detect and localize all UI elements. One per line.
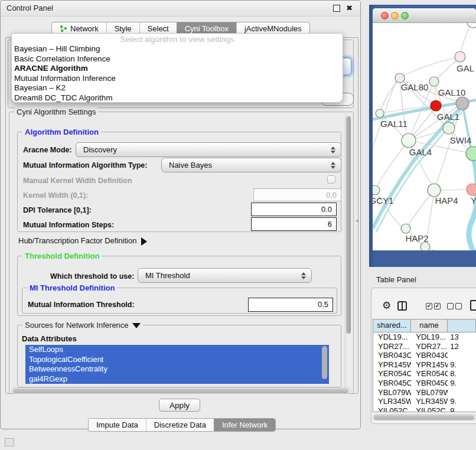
bottom-tabbar: Impute Data Discretize Data Infer Networ… bbox=[88, 418, 276, 432]
node-label: GAL80 bbox=[401, 82, 429, 92]
mi-steps-label: Mutual Information Steps: bbox=[23, 221, 114, 229]
dpi-tolerance-label: DPI Tolerance [0,1]: bbox=[23, 206, 92, 214]
table-row[interactable]: YDR27... YDR27... 12 bbox=[373, 342, 476, 351]
dropdown-prompt: Select algorithm to view settings bbox=[12, 34, 343, 44]
table-panel-title: Table Panel bbox=[376, 275, 416, 284]
list-item[interactable]: TopologicalCoefficient bbox=[25, 355, 329, 365]
table-panel: ⚙ ✔ ✔ shared... name YDL19... YDL19... 1… bbox=[371, 288, 476, 424]
stepper-arrows-icon bbox=[301, 272, 306, 279]
node-red-selected[interactable] bbox=[431, 100, 441, 111]
table-row[interactable]: YDL19... YDL19... 13 bbox=[373, 332, 476, 342]
column-header-partial[interactable] bbox=[448, 319, 476, 332]
node-gal-partial[interactable] bbox=[455, 51, 465, 62]
network-node-labels: GAL80 GAL10 GAL1 GAL11 GAL4 SWI4 GCY1 HA… bbox=[373, 63, 476, 243]
table-row[interactable]: YIL052C YIL052C 9 bbox=[373, 406, 476, 412]
columns-icon[interactable] bbox=[397, 301, 407, 311]
table-row[interactable]: YLR345W YLR345W 9. bbox=[373, 397, 476, 406]
list-scrollbar[interactable] bbox=[322, 346, 327, 380]
float-window-icon[interactable] bbox=[333, 5, 340, 12]
table-row[interactable]: YBR043C YBR043C bbox=[373, 351, 476, 360]
mi-threshold-input[interactable]: 0.5 bbox=[248, 298, 333, 312]
column-header-shared-name[interactable]: shared... bbox=[373, 319, 411, 332]
zoom-traffic-light[interactable] bbox=[401, 12, 409, 19]
node-label-partial: GAL bbox=[457, 63, 474, 73]
aracne-mode-label: Aracne Mode: bbox=[23, 146, 72, 154]
gear-icon[interactable]: ⚙ bbox=[382, 301, 391, 311]
list-scrollbar-thumb[interactable] bbox=[322, 346, 327, 379]
minimize-traffic-light[interactable] bbox=[391, 12, 399, 19]
node-gal1[interactable] bbox=[443, 122, 455, 134]
algorithm-option[interactable]: Bayesian – K2 bbox=[12, 83, 343, 93]
manual-kernel-label: Manual Kernel Width Definition bbox=[23, 177, 132, 185]
document-icon[interactable] bbox=[470, 300, 476, 311]
node-label: GAL4 bbox=[409, 147, 432, 157]
tab-impute-data[interactable]: Impute Data bbox=[89, 419, 146, 431]
hub-definition-expander[interactable]: Hub/Transcription Factor Definition bbox=[18, 236, 147, 246]
mi-steps-input[interactable]: 6 bbox=[251, 217, 337, 231]
node-gal4[interactable] bbox=[402, 133, 416, 148]
mi-type-label: Mutual Information Algorithm Type: bbox=[23, 161, 147, 169]
node-unlabeled[interactable] bbox=[467, 23, 476, 28]
close-traffic-light[interactable] bbox=[381, 12, 389, 19]
apply-button[interactable]: Apply bbox=[159, 399, 200, 412]
checked-checkbox-icon[interactable]: ✔ bbox=[426, 303, 432, 309]
expander-right-icon bbox=[141, 237, 147, 246]
algorithm-option-selected[interactable]: ARACNE Algorithm bbox=[12, 64, 343, 74]
algorithm-option[interactable]: Bayesian – Hill Climbing bbox=[12, 44, 343, 54]
tab-discretize-data[interactable]: Discretize Data bbox=[146, 419, 214, 431]
aracne-mode-select[interactable]: Discovery bbox=[76, 142, 341, 157]
mi-type-select[interactable]: Naive Bayes bbox=[161, 158, 341, 172]
list-item[interactable]: BetweennessCentrality bbox=[25, 364, 329, 374]
tab-infer-network[interactable]: Infer Network bbox=[214, 419, 275, 431]
table-row[interactable]: YBL079W YBL079W bbox=[373, 388, 476, 397]
algorithm-option[interactable]: Dream8 DC_TDC Algorithm bbox=[12, 93, 343, 103]
settings-scrollbar[interactable] bbox=[345, 113, 353, 393]
settings-hscrollbar[interactable] bbox=[11, 387, 351, 394]
table-row[interactable]: YBR045C YBR045C 9. bbox=[373, 379, 476, 388]
settings-scrollbar-thumb[interactable] bbox=[346, 116, 351, 334]
node-label: GAL10 bbox=[438, 87, 466, 97]
table-row[interactable]: YER054C YER054C 8. bbox=[373, 369, 476, 379]
unchecked-checkbox-icon[interactable] bbox=[447, 303, 454, 309]
algorithm-option[interactable]: Mutual Information Inference bbox=[12, 74, 343, 84]
unchecked-checkbox-icon[interactable] bbox=[455, 303, 462, 309]
manual-kernel-checkbox[interactable] bbox=[327, 175, 335, 184]
checked-checkbox-icon[interactable]: ✔ bbox=[434, 303, 441, 309]
node-gal80[interactable] bbox=[395, 73, 405, 83]
node-label: HAP2 bbox=[405, 233, 428, 243]
kernel-width-label: Kernel Width (0,1): bbox=[23, 191, 88, 200]
node-label-partial: Y bbox=[471, 195, 476, 206]
network-canvas[interactable]: GAL80 GAL10 GAL1 GAL11 GAL4 SWI4 GCY1 HA… bbox=[373, 23, 476, 250]
which-threshold-select[interactable]: MI Threshold bbox=[138, 268, 312, 283]
algorithm-option[interactable]: Basic Correlation Inference bbox=[12, 54, 343, 64]
list-item[interactable]: SelfLoops bbox=[25, 345, 329, 355]
table-hscrollbar[interactable] bbox=[373, 414, 476, 420]
network-window-titlebar[interactable] bbox=[373, 8, 476, 23]
node-swi4[interactable] bbox=[466, 146, 476, 161]
node-y-partial[interactable] bbox=[467, 184, 476, 195]
kernel-width-input[interactable]: 0.0 bbox=[253, 188, 341, 201]
node-gcy1[interactable] bbox=[373, 185, 380, 195]
table-hscrollbar-thumb[interactable] bbox=[374, 415, 474, 420]
node-hap4[interactable] bbox=[428, 184, 441, 197]
which-threshold-label: Which threshold to use: bbox=[50, 272, 134, 281]
node-gal10[interactable] bbox=[429, 77, 439, 86]
node-label: HAP4 bbox=[435, 195, 458, 206]
column-header-name[interactable]: name bbox=[411, 319, 448, 332]
network-graph: GAL80 GAL10 GAL1 GAL11 GAL4 SWI4 GCY1 HA… bbox=[373, 23, 476, 250]
list-item[interactable]: gal4RGexp bbox=[25, 374, 329, 384]
data-attributes-label: Data Attributes bbox=[22, 334, 77, 343]
tab-label: Network bbox=[70, 24, 99, 33]
settings-hscrollbar-thumb[interactable] bbox=[13, 389, 348, 393]
node-unlabeled-bottom[interactable] bbox=[420, 242, 430, 250]
dpi-tolerance-input[interactable]: 0.0 bbox=[251, 203, 337, 216]
divider-handle-icon[interactable]: ◄ bbox=[355, 219, 359, 223]
collapse-down-icon[interactable] bbox=[132, 323, 141, 328]
node-gal11[interactable] bbox=[376, 109, 384, 118]
table-row[interactable]: YPR145W YPR145W 9. bbox=[373, 360, 476, 370]
data-attributes-list: SelfLoops TopologicalCoefficient Between… bbox=[25, 345, 329, 384]
node-hap2[interactable] bbox=[401, 224, 410, 233]
close-icon[interactable]: ✖ bbox=[346, 3, 353, 14]
node-gray[interactable] bbox=[456, 97, 469, 110]
panel-grip-icon[interactable] bbox=[5, 438, 14, 446]
